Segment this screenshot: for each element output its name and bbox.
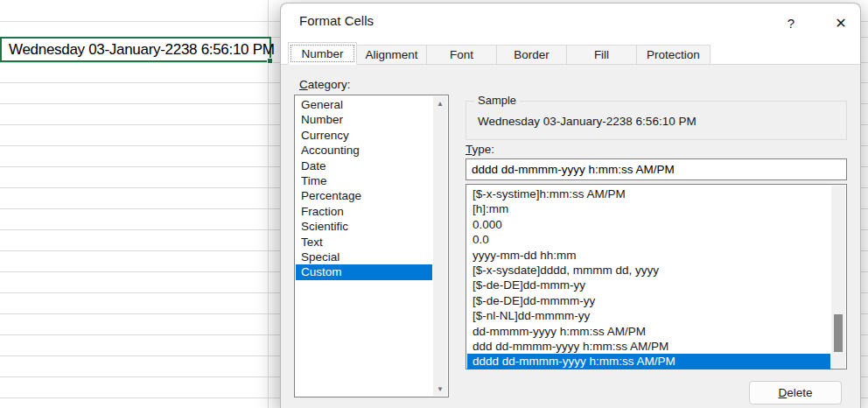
help-button[interactable]: ? — [777, 9, 805, 37]
type-option-selected[interactable]: dddd dd-mmmm-yyyy h:mm:ss AM/PM — [467, 354, 830, 369]
type-option[interactable]: [$-de-DE]dd-mmm-yy — [467, 278, 830, 292]
type-option[interactable]: [$-nl-NL]dd-mmmm-yy — [467, 308, 830, 323]
type-option[interactable]: 0.0 — [467, 232, 830, 247]
category-item[interactable]: General — [296, 97, 432, 112]
category-item[interactable]: Accounting — [296, 143, 432, 158]
tab-font[interactable]: Font — [426, 45, 497, 65]
category-scrollbar[interactable]: ▲ ▼ — [433, 96, 447, 396]
sample-value: Wednesday 03-January-2238 6:56:10 PM — [478, 115, 696, 128]
tab-number[interactable]: Number — [288, 42, 357, 65]
category-item[interactable]: Scientific — [296, 219, 432, 234]
category-label: Category: — [299, 78, 351, 91]
tab-strip: Number Alignment Font Border Fill Protec… — [289, 42, 710, 65]
sample-groupbox: Sample Wednesday 03-January-2238 6:56:10… — [466, 101, 847, 140]
category-item[interactable]: Number — [296, 112, 432, 127]
category-item[interactable]: Currency — [296, 128, 432, 143]
category-item-selected[interactable]: Custom — [296, 264, 432, 279]
category-item[interactable]: Text — [296, 235, 432, 250]
type-option[interactable]: [$-x-sysdate]dddd, mmmm dd, yyyy — [467, 263, 830, 278]
category-item[interactable]: Time — [296, 173, 432, 188]
close-button[interactable]: ✕ — [827, 9, 855, 37]
type-label: Type: — [466, 143, 494, 156]
help-icon: ? — [788, 16, 794, 31]
cell-value: Wednesday 03-January-2238 6:56:10 PM — [2, 41, 275, 59]
category-item[interactable]: Special — [296, 250, 432, 264]
type-input[interactable] — [466, 158, 847, 180]
category-listbox[interactable]: General Number Currency Accounting Date … — [294, 95, 449, 397]
scrollbar-thumb[interactable] — [834, 314, 843, 352]
type-option[interactable]: dd-mmmm-yyyy h:mm:ss AM/PM — [467, 324, 830, 339]
scroll-down-icon[interactable]: ▼ — [433, 382, 447, 396]
type-scrollbar[interactable] — [831, 186, 845, 368]
dialog-title: Format Cells — [299, 13, 374, 28]
tab-fill[interactable]: Fill — [566, 45, 637, 65]
type-option[interactable]: [h]:mm — [467, 201, 830, 216]
category-item[interactable]: Date — [296, 158, 432, 173]
scroll-up-icon[interactable]: ▲ — [433, 96, 447, 110]
category-item[interactable]: Percentage — [296, 188, 432, 203]
type-listbox[interactable]: [$-x-systime]h:mm:ss AM/PM [h]:mm 0.000 … — [466, 184, 847, 369]
type-option[interactable]: yyyy-mm-dd hh:mm — [467, 248, 830, 263]
type-option[interactable]: [$-de-DE]dd-mmmm-yy — [467, 293, 830, 308]
delete-button[interactable]: Delete — [749, 381, 842, 404]
type-option[interactable]: ddd dd-mmmm-yyyy h:mm:ss AM/PM — [467, 339, 830, 354]
type-option[interactable]: 0.000 — [467, 217, 830, 232]
sample-label: Sample — [474, 94, 520, 107]
fill-handle[interactable] — [267, 58, 273, 64]
type-option[interactable]: [$-x-systime]h:mm:ss AM/PM — [467, 186, 830, 201]
format-cells-dialog: Format Cells ? ✕ Number Alignment Font B… — [280, 3, 861, 408]
tab-border[interactable]: Border — [496, 45, 567, 65]
tab-alignment[interactable]: Alignment — [356, 45, 427, 65]
close-icon: ✕ — [835, 15, 846, 32]
tab-protection[interactable]: Protection — [636, 45, 710, 65]
category-item[interactable]: Fraction — [296, 204, 432, 219]
selected-cell[interactable]: Wednesday 03-January-2238 6:56:10 PM — [0, 37, 271, 62]
